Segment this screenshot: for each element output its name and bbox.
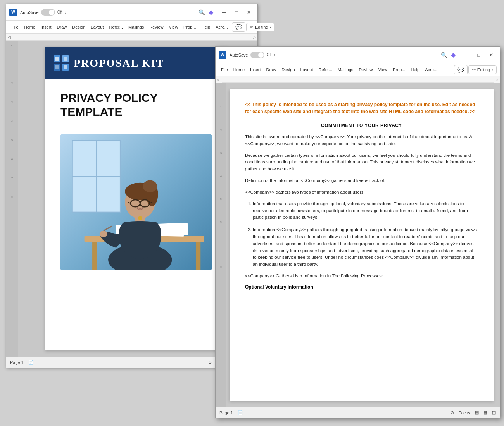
minimize-btn-back[interactable]: — <box>219 8 230 17</box>
para4: <<Company>> gathers two types of informa… <box>245 189 478 196</box>
tab-layout-front[interactable]: Layout <box>298 66 316 73</box>
diamond-icon-back[interactable]: ◆ <box>209 9 213 16</box>
editing-chevron-back: › <box>270 25 271 29</box>
window-controls-back: — □ ✕ <box>219 8 254 17</box>
focus-icon-back[interactable]: ⊙ <box>208 360 212 365</box>
tab-prop-back[interactable]: Prop... <box>181 24 198 31</box>
back-title-bar: W AutoSave Off › 🔍 ◆ — □ ✕ <box>6 4 257 21</box>
layout2-icon-front[interactable]: ▦ <box>483 410 487 415</box>
page-num-front: Page 1 <box>219 411 233 415</box>
svg-rect-12 <box>55 65 59 69</box>
tab-review-back[interactable]: Review <box>147 24 166 31</box>
minimize-btn-front[interactable]: — <box>461 50 472 60</box>
svg-text:2: 2 <box>303 82 305 84</box>
para1: This site is owned and operated by <<Com… <box>245 134 478 148</box>
list-item-1: Information that users provide through o… <box>253 201 478 221</box>
tab-mailings-front[interactable]: Mailings <box>335 66 356 73</box>
tab-view-back[interactable]: View <box>166 24 180 31</box>
comment-btn-front[interactable]: 💬 <box>454 65 468 74</box>
tab-design-back[interactable]: Design <box>70 24 88 31</box>
search-icon-front[interactable]: 🔍 <box>439 50 449 60</box>
ribbon-front: File Home Insert Draw Design Layout Refe… <box>216 63 500 76</box>
comment-btn-back[interactable]: 💬 <box>232 22 245 32</box>
editing-btn-front[interactable]: ✏ Editing › <box>468 65 497 74</box>
svg-text:1: 1 <box>55 40 57 41</box>
left-margin-front: 1 2 3 4 5 6 7 8 <box>216 83 226 407</box>
tab-file-front[interactable]: File <box>219 66 230 73</box>
maximize-btn-back[interactable]: □ <box>231 8 242 17</box>
svg-text:5: 5 <box>431 82 433 84</box>
close-btn-front[interactable]: ✕ <box>486 50 497 60</box>
tab-insert-front[interactable]: Insert <box>248 66 263 73</box>
tab-review-front[interactable]: Review <box>356 66 375 73</box>
para5: <<Company>> Gathers User Information In … <box>245 273 478 280</box>
intro-text: << This policy is intended to be used as… <box>245 101 478 115</box>
autosave-state-back: Off <box>57 10 62 14</box>
para2: Because we gather certain types of infor… <box>245 152 478 173</box>
editing-btn-back[interactable]: ✏ Editing › <box>246 23 274 31</box>
chevron-front: › <box>274 52 276 58</box>
tab-mailings-back[interactable]: Mailings <box>126 24 146 31</box>
window-controls-front: — □ ✕ <box>461 50 497 60</box>
para3: Definition of the Information <<Company>… <box>245 177 478 184</box>
svg-text:3: 3 <box>347 82 349 84</box>
cover-illustration <box>60 134 212 270</box>
cover-header: PROPOSAL KIT <box>45 47 227 79</box>
autosave-toggle-back[interactable] <box>41 9 55 16</box>
proposal-kit-logo-icon <box>53 55 70 72</box>
illustration-svg <box>60 134 212 270</box>
tab-layout-back[interactable]: Layout <box>89 24 106 31</box>
layout-icon-front[interactable]: ▤ <box>475 410 479 415</box>
tab-refer-front[interactable]: Refer... <box>316 66 335 73</box>
word-logo-back: W <box>9 9 17 16</box>
focus-icon-front[interactable]: ⊙ <box>450 410 454 415</box>
cover-image-area <box>45 127 227 278</box>
zoom-icon-front[interactable]: ◫ <box>492 410 496 415</box>
ribbon-back: File Home Insert Draw Design Layout Refe… <box>6 21 257 34</box>
tab-design-front[interactable]: Design <box>279 66 297 73</box>
close-btn-back[interactable]: ✕ <box>243 8 254 17</box>
tab-draw-front[interactable]: Draw <box>264 66 279 73</box>
page-icon-back: 📄 <box>28 360 34 365</box>
tab-home-back[interactable]: Home <box>22 24 38 31</box>
tab-acro-back[interactable]: Acro... <box>213 24 230 31</box>
tab-view-front[interactable]: View <box>376 66 390 73</box>
svg-text:3: 3 <box>136 40 138 41</box>
content-page[interactable]: << This policy is intended to be used as… <box>230 89 494 401</box>
tab-help-front[interactable]: Help <box>409 66 422 73</box>
svg-text:4: 4 <box>177 40 179 41</box>
cover-page: PROPOSAL KIT PRIVACY POLICY TEMPLATE <box>45 47 227 350</box>
autosave-toggle-front[interactable] <box>250 52 264 58</box>
diamond-icon-front[interactable]: ◆ <box>451 51 456 58</box>
autosave-state-front: Off <box>267 53 272 57</box>
svg-rect-10 <box>55 57 59 61</box>
editing-label-back: Editing <box>255 25 268 29</box>
svg-text:5: 5 <box>218 40 220 41</box>
cover-title: PRIVACY POLICY TEMPLATE <box>60 91 212 119</box>
autosave-label-front: AutoSave <box>230 53 248 57</box>
tab-insert-back[interactable]: Insert <box>38 24 54 31</box>
status-bar-front: Page 1 📄 ⊙ Focus ▤ ▦ ◫ <box>216 407 500 418</box>
chevron-back: › <box>65 10 66 15</box>
tab-draw-back[interactable]: Draw <box>55 24 69 31</box>
tab-help-back[interactable]: Help <box>199 24 213 31</box>
maximize-btn-front[interactable]: □ <box>473 50 484 60</box>
tab-refer-back[interactable]: Refer... <box>107 24 125 31</box>
page-area-front: << This policy is intended to be used as… <box>226 83 500 407</box>
svg-text:4: 4 <box>388 82 390 84</box>
page-icon-front: 📄 <box>238 410 243 415</box>
svg-rect-11 <box>64 57 67 61</box>
svg-rect-19 <box>92 242 97 270</box>
search-icon-back[interactable]: 🔍 <box>197 8 206 17</box>
tab-home-front[interactable]: Home <box>231 66 247 73</box>
front-window: W AutoSave Off › 🔍 ◆ — □ ✕ File Home Ins… <box>215 46 500 418</box>
pencil-icon-back: ✏ <box>250 24 254 30</box>
front-title-bar: W AutoSave Off › 🔍 ◆ — □ ✕ <box>216 47 500 63</box>
tab-prop-front[interactable]: Prop... <box>390 66 407 73</box>
autosave-label-back: AutoSave <box>20 10 39 15</box>
word-logo-front: W <box>219 51 226 59</box>
tab-file-back[interactable]: File <box>9 24 21 31</box>
cover-logo-text: PROPOSAL KIT <box>74 57 164 69</box>
list-item-2: Information <<Company>> gathers through … <box>253 227 478 268</box>
tab-acro-front[interactable]: Acro... <box>423 66 440 73</box>
